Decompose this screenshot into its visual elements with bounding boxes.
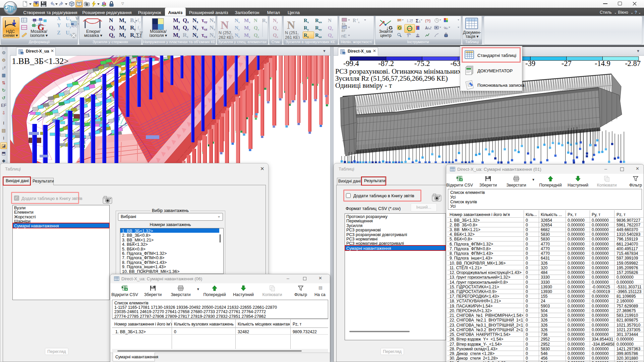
svg-text:Uy: Uy [66, 22, 71, 29]
svg-text:Mx: Mx [119, 17, 126, 24]
svg-text:Qy: Qy [183, 24, 189, 31]
svg-text:Qy: Qy [109, 24, 115, 31]
svg-text:Nya: Nya [210, 24, 215, 31]
svg-text:Qx: Qx [273, 25, 279, 31]
svg-text:Nza: Nza [210, 32, 215, 38]
svg-text:f: f [408, 34, 409, 38]
svg-text:-39: -39 [525, 59, 535, 68]
svg-text:N: N [109, 17, 113, 23]
svg-text:-75.2: -75.2 [414, 59, 430, 68]
svg-text:Rz: Rz [304, 32, 309, 39]
svg-text:τxz: τxz [201, 24, 208, 31]
svg-text:Mx: Mx [173, 17, 180, 24]
svg-text:My: My [244, 25, 250, 31]
svg-text:τyz: τyz [201, 32, 208, 38]
svg-text:-99.4: -99.4 [343, 59, 359, 68]
svg-text:Nx: Nx [235, 18, 240, 24]
svg-text:Rux: Rux [315, 18, 322, 24]
svg-text:Qy: Qy [328, 25, 334, 31]
svg-text:Σf̅: Σf̅ [136, 32, 143, 39]
svg-text:N (252,: N (252, [219, 30, 232, 35]
svg-text:Qx: Qx [183, 17, 189, 24]
svg-text:My: My [119, 24, 126, 31]
svg-text:24: 24 [21, 52, 23, 54]
svg-text:Mx: Mx [244, 18, 250, 24]
svg-text:τxy: τxy [201, 17, 208, 24]
svg-text:Ruy: Ruy [315, 25, 322, 31]
svg-text:Mz: Mz [119, 32, 126, 38]
svg-text:Ry: Ry [304, 25, 309, 31]
svg-text:Qz: Qz [254, 32, 259, 39]
svg-text:X: X [57, 17, 61, 21]
svg-text:R-fx: R-fx [353, 18, 360, 24]
svg-text:N: N [287, 19, 295, 31]
svg-text:E1: E1 [342, 22, 346, 25]
svg-text:N: N [254, 18, 257, 23]
svg-text:Ny: Ny [192, 24, 198, 31]
svg-text:Qz: Qz [273, 32, 278, 39]
svg-text:Rz: Rz [183, 32, 188, 38]
svg-text:Ny: Ny [235, 25, 240, 31]
svg-text:261 КЕ): 261 КЕ) [285, 35, 300, 39]
svg-text:Qy: Qy [254, 25, 259, 31]
svg-text:Одиниці виміру - т: Одиниці виміру - т [335, 81, 392, 89]
svg-text:262 КЕ): 262 КЕ) [219, 35, 233, 39]
svg-text:My: My [173, 24, 180, 31]
svg-text:Qz: Qz [328, 32, 333, 39]
svg-text:fy: fy [137, 18, 141, 24]
svg-text:-14.9: -14.9 [595, 59, 610, 68]
svg-text:Z: Z [57, 30, 61, 35]
svg-text:N (251,: N (251, [285, 30, 299, 35]
svg-text:Ny: Ny [273, 18, 278, 24]
svg-text:N: N [328, 18, 332, 23]
svg-text:W: W [75, 17, 79, 21]
svg-text:-27: -27 [562, 59, 572, 68]
svg-text:Σ↓: Σ↓ [416, 18, 421, 23]
svg-text:Nz: Nz [192, 32, 198, 38]
svg-text:EF: EF [342, 29, 346, 32]
svg-text:Nx: Nx [192, 17, 198, 24]
svg-text:N: N [221, 19, 229, 31]
svg-text:Y: Y [57, 22, 61, 28]
svg-text:fz: fz [137, 25, 141, 31]
svg-text:Rz: Rz [262, 18, 267, 23]
svg-text:a(X): a(X) [71, 24, 77, 28]
svg-text:Mz: Mz [173, 32, 180, 38]
svg-text:Å⁄ₕₙ: Å⁄ₕₙ [425, 26, 431, 30]
svg-text:Mz: Mz [244, 32, 250, 39]
svg-text:Nz: Nz [235, 32, 240, 39]
svg-text:Nxa: Nxa [210, 17, 215, 24]
svg-text:-2.87: -2.87 [625, 59, 641, 68]
svg-text:пE: пE [341, 33, 347, 39]
svg-text:-87.2: -87.2 [378, 59, 394, 68]
svg-text:Rx: Rx [304, 18, 309, 24]
svg-text:Ruz: Ruz [315, 32, 322, 39]
svg-text:Ux: Ux [66, 17, 71, 22]
svg-text:Qz: Qz [109, 32, 115, 38]
svg-text:Uz: Uz [66, 30, 71, 36]
svg-text:℅↓: ℅↓ [444, 26, 449, 30]
svg-text:24: 24 [343, 52, 345, 54]
svg-text:{?!}: {?!} [425, 19, 431, 23]
